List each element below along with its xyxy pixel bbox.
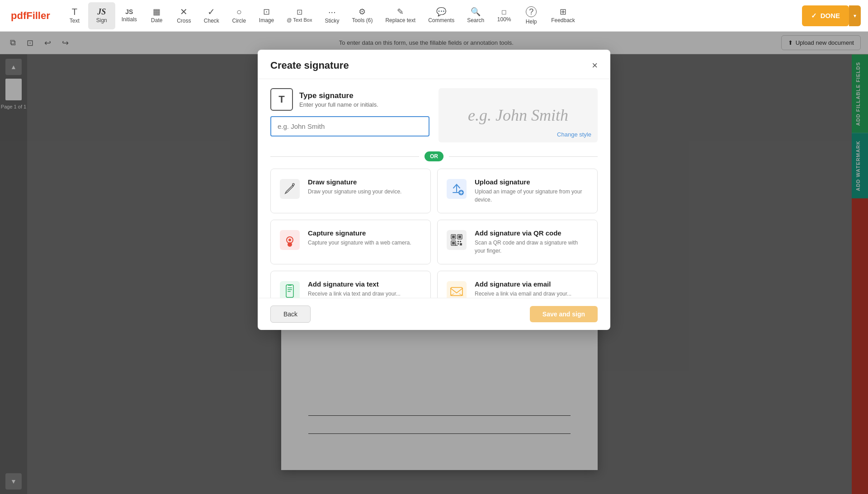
tool-date[interactable]: ▦ Date <box>143 2 170 29</box>
type-signature-desc: Enter your full name or initials. <box>299 101 378 108</box>
sms-icon <box>279 280 301 298</box>
modal-footer: Back Save and sign <box>258 298 610 330</box>
svg-rect-24 <box>288 289 292 290</box>
draw-signature-card[interactable]: Draw signature Draw your signature using… <box>270 169 431 213</box>
sticky-icon: ··· <box>328 7 336 16</box>
help-icon: ? <box>526 6 537 17</box>
capture-icon <box>279 229 301 251</box>
qr-signature-card[interactable]: Add signature via QR code Scan a QR code… <box>437 220 598 264</box>
svg-rect-16 <box>458 241 459 242</box>
signature-preview-text: e.g. John Smith <box>468 106 568 125</box>
draw-signature-heading: Draw signature <box>308 178 401 186</box>
qr-code-icon <box>446 229 467 251</box>
tool-check[interactable]: ✓ Check <box>198 2 226 29</box>
back-button[interactable]: Back <box>270 306 311 323</box>
type-signature-icon: T <box>270 88 293 111</box>
signature-options-grid: Draw signature Draw your signature using… <box>270 169 598 298</box>
email-signature-heading: Add signature via email <box>475 280 571 288</box>
or-badge: OR <box>425 151 443 161</box>
textbox-icon: ⊡ <box>297 9 302 16</box>
or-line-right <box>449 156 598 157</box>
svg-rect-13 <box>458 235 461 238</box>
svg-rect-11 <box>452 235 455 238</box>
modal-close-button[interactable]: × <box>592 61 598 71</box>
tool-image[interactable]: ⊡ Image <box>253 2 280 29</box>
svg-rect-15 <box>452 242 455 245</box>
tool-tools[interactable]: ⚙ Tools (6) <box>345 2 379 29</box>
date-icon: ▦ <box>153 8 160 16</box>
save-and-sign-button[interactable]: Save and sign <box>530 306 598 322</box>
app-logo: pdfFiller <box>4 10 57 22</box>
type-signature-info: Type signature Enter your full name or i… <box>299 91 378 108</box>
image-icon: ⊡ <box>263 8 270 16</box>
type-signature-section: T Type signature Enter your full name or… <box>270 88 598 142</box>
or-line-left <box>270 156 419 157</box>
svg-rect-17 <box>460 241 461 242</box>
tool-feedback[interactable]: ⊞ Feedback <box>545 2 581 29</box>
capture-signature-desc: Capture your signature with a web camera… <box>308 239 411 247</box>
text-icon: T <box>72 7 77 16</box>
change-style-button[interactable]: Change style <box>557 131 591 138</box>
draw-signature-desc: Draw your signature using your device. <box>308 188 401 196</box>
upload-icon <box>446 178 467 200</box>
type-signature-left: T Type signature Enter your full name or… <box>270 88 429 136</box>
tool-sticky[interactable]: ··· Sticky <box>318 2 345 29</box>
tool-zoom[interactable]: ◻ 100% <box>491 2 518 29</box>
upload-signature-desc: Upload an image of your signature from y… <box>475 188 589 204</box>
search-icon: 🔍 <box>471 8 481 16</box>
capture-signature-card[interactable]: Capture signature Capture your signature… <box>270 220 431 264</box>
tool-list: T Text JS Sign JS Initials ▦ Date ✕ Cros… <box>61 2 802 29</box>
tool-sign[interactable]: JS Sign <box>88 2 115 29</box>
check-icon: ✓ <box>208 7 215 16</box>
create-signature-modal: Create signature × T Type signature Ente… <box>258 50 610 330</box>
done-dropdown-icon: ▾ <box>854 13 856 19</box>
text-signature-info: Add signature via text Receive a link vi… <box>308 280 401 298</box>
initials-icon: JS <box>125 9 133 15</box>
capture-signature-info: Capture signature Capture your signature… <box>308 229 411 247</box>
text-signature-card[interactable]: Add signature via text Receive a link vi… <box>270 271 431 298</box>
email-icon <box>446 280 467 298</box>
tool-help[interactable]: ? Help <box>518 2 545 29</box>
modal-backdrop: Create signature × T Type signature Ente… <box>0 32 868 494</box>
text-signature-heading: Add signature via text <box>308 280 401 288</box>
type-signature-header: T Type signature Enter your full name or… <box>270 88 429 111</box>
svg-rect-23 <box>288 287 292 288</box>
upload-signature-info: Upload signature Upload an image of your… <box>475 178 589 204</box>
feedback-icon: ⊞ <box>560 8 566 16</box>
tool-initials[interactable]: JS Initials <box>115 2 143 29</box>
upload-signature-heading: Upload signature <box>475 178 589 186</box>
tool-search[interactable]: 🔍 Search <box>461 2 491 29</box>
type-signature-heading: Type signature <box>299 91 378 100</box>
email-signature-card[interactable]: Add signature via email Receive a link v… <box>437 271 598 298</box>
toolbar-right: ✓ DONE ▾ <box>802 5 864 26</box>
svg-rect-22 <box>288 285 292 286</box>
email-signature-desc: Receive a link via email and draw your..… <box>475 290 571 298</box>
text-signature-desc: Receive a link via text and draw your... <box>308 290 401 298</box>
zoom-icon: ◻ <box>501 9 507 15</box>
signature-text-input[interactable] <box>270 116 429 136</box>
signature-preview: e.g. John Smith Change style <box>439 88 598 142</box>
tool-cross[interactable]: ✕ Cross <box>170 2 198 29</box>
draw-icon <box>279 178 301 200</box>
toolbar: pdfFiller T Text JS Sign JS Initials ▦ D… <box>0 0 868 32</box>
draw-signature-info: Draw signature Draw your signature using… <box>308 178 401 196</box>
comments-icon: 💬 <box>436 8 446 16</box>
circle-icon: ○ <box>236 7 242 16</box>
svg-rect-18 <box>458 243 459 245</box>
done-checkmark-icon: ✓ <box>811 12 817 20</box>
tool-replace-text[interactable]: ✎ Replace text <box>379 2 422 29</box>
tool-textbox[interactable]: ⊡ @ Text Box <box>280 2 318 29</box>
qr-signature-heading: Add signature via QR code <box>475 229 589 237</box>
tool-circle[interactable]: ○ Circle <box>226 2 253 29</box>
svg-rect-0 <box>280 179 300 199</box>
modal-body: T Type signature Enter your full name or… <box>258 79 610 298</box>
upload-signature-card[interactable]: Upload signature Upload an image of your… <box>437 169 598 213</box>
done-dropdown-button[interactable]: ▾ <box>849 5 861 26</box>
tool-comments[interactable]: 💬 Comments <box>422 2 461 29</box>
tool-text[interactable]: T Text <box>61 2 88 29</box>
modal-header: Create signature × <box>258 50 610 79</box>
svg-rect-19 <box>460 243 462 245</box>
done-button[interactable]: ✓ DONE <box>802 5 849 26</box>
replace-text-icon: ✎ <box>397 8 404 16</box>
tools-icon: ⚙ <box>359 8 366 16</box>
